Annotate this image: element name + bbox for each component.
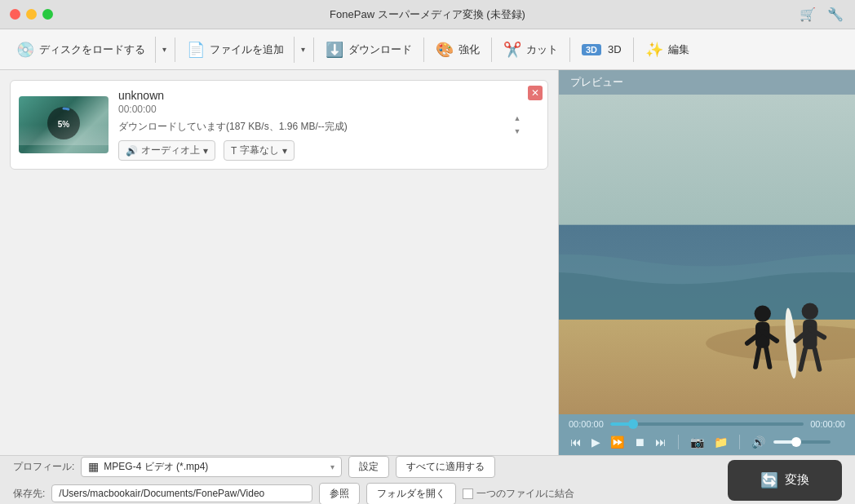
progress-thumb[interactable] bbox=[628, 419, 638, 429]
progress-svg: 5% bbox=[43, 103, 84, 144]
svg-text:5%: 5% bbox=[58, 120, 70, 129]
divider-2 bbox=[313, 38, 314, 62]
settings-icon[interactable]: 🔧 bbox=[827, 7, 844, 22]
file-nav: ▲ ▼ bbox=[510, 113, 525, 137]
audio-icon: 🔊 bbox=[126, 145, 138, 157]
profile-label: プロフィール: bbox=[13, 460, 74, 474]
threed-button[interactable]: 3D 3D bbox=[572, 38, 631, 60]
volume-icon[interactable]: 🔊 bbox=[750, 434, 767, 450]
preview-video bbox=[559, 95, 855, 414]
file-controls: 🔊 オーディオ上 ▾ T 字幕なし ▾ bbox=[118, 140, 539, 161]
skip-back-button[interactable]: ⏮ bbox=[569, 434, 583, 450]
enhance-button[interactable]: 🎨 強化 bbox=[426, 36, 490, 64]
app-title: FonePaw スーパーメディア変換 (未登録) bbox=[330, 7, 525, 22]
time-current: 00:00:00 bbox=[569, 419, 604, 429]
fast-forward-button[interactable]: ⏩ bbox=[609, 434, 626, 450]
enhance-label: 強化 bbox=[459, 42, 480, 57]
file-arrow[interactable]: ▾ bbox=[294, 37, 312, 63]
ctrl-separator-2 bbox=[739, 435, 740, 449]
subtitle-icon: T bbox=[231, 145, 237, 157]
apply-all-button[interactable]: すべてに適用する bbox=[396, 456, 495, 478]
file-time: 00:00:00 bbox=[118, 104, 539, 115]
cut-icon: ✂️ bbox=[503, 41, 521, 59]
volume-track[interactable] bbox=[773, 440, 831, 444]
merge-label: 一つのファイルに結合 bbox=[476, 487, 574, 501]
subtitle-select[interactable]: T 字幕なし ▾ bbox=[224, 140, 295, 161]
profile-row: プロフィール: ▦ MPEG-4 ビデオ (*.mp4) ▾ 設定 すべてに適用… bbox=[13, 456, 718, 478]
edit-label: 編集 bbox=[668, 42, 689, 57]
disk-label: ディスクをロードする bbox=[39, 42, 145, 57]
divider-6 bbox=[633, 38, 634, 62]
progress-bar-row: 00:00:00 00:00:00 bbox=[569, 419, 845, 429]
svg-point-7 bbox=[755, 305, 771, 321]
cart-icon[interactable]: 🛒 bbox=[800, 7, 816, 22]
divider-4 bbox=[491, 38, 492, 62]
file-status: ダウンロードしています(187 KB/s、1.96 MB/--完成) bbox=[118, 120, 539, 134]
progress-track[interactable] bbox=[610, 422, 804, 426]
settings-button[interactable]: 設定 bbox=[348, 456, 389, 478]
enhance-icon: 🎨 bbox=[436, 41, 454, 59]
save-row: 保存先: 参照 フォルダを開く 一つのファイルに結合 bbox=[13, 483, 718, 505]
close-button[interactable] bbox=[10, 9, 20, 20]
subtitle-arrow: ▾ bbox=[282, 145, 287, 157]
minimize-button[interactable] bbox=[26, 9, 37, 20]
bottom-bar: プロフィール: ▦ MPEG-4 ビデオ (*.mp4) ▾ 設定 すべてに適用… bbox=[0, 455, 855, 504]
nav-up-button[interactable]: ▲ bbox=[510, 113, 525, 124]
file-group: 📄 ファイルを追加 ▾ bbox=[177, 36, 312, 64]
add-file-button[interactable]: 📄 ファイルを追加 bbox=[177, 36, 294, 64]
folder-button[interactable]: 📁 bbox=[712, 434, 729, 450]
subtitle-label: 字幕なし bbox=[240, 144, 279, 157]
skip-forward-button[interactable]: ⏭ bbox=[653, 434, 668, 450]
divider-1 bbox=[175, 38, 175, 62]
disk-group: 💿 ディスクをロードする ▾ bbox=[7, 36, 173, 64]
browse-button[interactable]: 参照 bbox=[319, 483, 360, 505]
bottom-left: プロフィール: ▦ MPEG-4 ビデオ (*.mp4) ▾ 設定 すべてに適用… bbox=[13, 456, 718, 505]
toolbar: 💿 ディスクをロードする ▾ 📄 ファイルを追加 ▾ ⬇️ ダウンロード 🎨 強… bbox=[0, 29, 855, 70]
file-close-button[interactable]: ✕ bbox=[528, 86, 543, 100]
edit-button[interactable]: ✨ 編集 bbox=[636, 36, 699, 64]
download-label: ダウンロード bbox=[348, 42, 412, 57]
edit-icon: ✨ bbox=[645, 41, 663, 59]
merge-checkbox[interactable] bbox=[463, 489, 473, 499]
profile-name: MPEG-4 ビデオ (*.mp4) bbox=[104, 460, 326, 474]
disk-load-button[interactable]: 💿 ディスクをロードする bbox=[7, 36, 155, 64]
divider-3 bbox=[423, 38, 424, 62]
file-info: unknown 00:00:00 ダウンロードしています(187 KB/s、1.… bbox=[118, 89, 539, 161]
profile-format-icon: ▦ bbox=[88, 460, 99, 473]
snapshot-button[interactable]: 📷 bbox=[689, 434, 706, 450]
file-add-icon: 📄 bbox=[187, 41, 205, 59]
surfer-scene-svg bbox=[559, 95, 855, 414]
convert-icon: 🔄 bbox=[760, 471, 778, 489]
nav-down-button[interactable]: ▼ bbox=[510, 126, 525, 137]
cut-button[interactable]: ✂️ カット bbox=[494, 36, 568, 64]
threed-label: 3D bbox=[608, 43, 622, 55]
audio-select[interactable]: 🔊 オーディオ上 ▾ bbox=[118, 140, 215, 161]
left-panel: 5% unknown 00:00:00 ダウンロードしています(187 KB/s… bbox=[0, 70, 559, 455]
titlebar-right: 🛒 🔧 bbox=[800, 7, 844, 22]
convert-label: 変換 bbox=[785, 472, 809, 488]
threed-badge: 3D bbox=[582, 44, 601, 55]
profile-select[interactable]: ▦ MPEG-4 ビデオ (*.mp4) ▾ bbox=[81, 457, 342, 477]
disk-arrow[interactable]: ▾ bbox=[155, 37, 173, 63]
control-buttons: ⏮ ▶ ⏩ ⏹ ⏭ 📷 📁 🔊 bbox=[569, 434, 845, 450]
titlebar-buttons bbox=[10, 9, 53, 20]
download-button[interactable]: ⬇️ ダウンロード bbox=[316, 36, 422, 64]
profile-arrow-icon: ▾ bbox=[330, 462, 334, 471]
volume-thumb[interactable] bbox=[791, 437, 801, 447]
preview-header: プレビュー bbox=[559, 70, 855, 95]
audio-arrow: ▾ bbox=[203, 145, 208, 157]
open-folder-button[interactable]: フォルダを開く bbox=[366, 483, 456, 505]
play-button[interactable]: ▶ bbox=[590, 434, 602, 450]
save-path-input[interactable] bbox=[51, 484, 312, 502]
preview-title: プレビュー bbox=[570, 76, 623, 88]
maximize-button[interactable] bbox=[42, 9, 53, 20]
file-label: ファイルを追加 bbox=[210, 42, 284, 57]
disk-icon: 💿 bbox=[16, 41, 34, 59]
titlebar: FonePaw スーパーメディア変換 (未登録) 🛒 🔧 bbox=[0, 0, 855, 29]
convert-button[interactable]: 🔄 変換 bbox=[728, 460, 842, 501]
cut-label: カット bbox=[526, 42, 558, 57]
save-label: 保存先: bbox=[13, 487, 45, 501]
stop-button[interactable]: ⏹ bbox=[632, 434, 647, 450]
right-panel: プレビュー bbox=[559, 70, 855, 455]
thumbnail-container: 5% bbox=[19, 96, 109, 153]
